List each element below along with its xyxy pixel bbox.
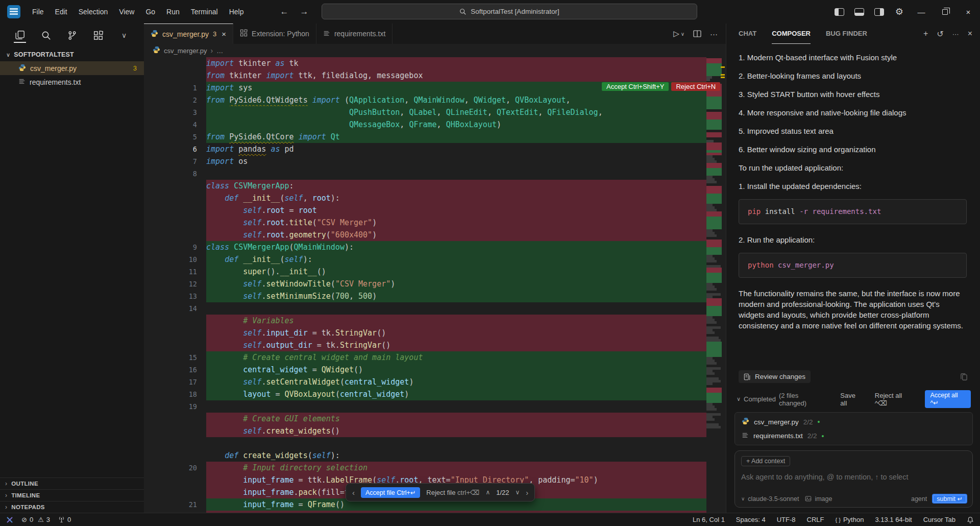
add-context-button[interactable]: + Add context: [741, 456, 790, 466]
minimize-button[interactable]: —: [910, 0, 933, 23]
prev-change-icon[interactable]: ∧: [485, 489, 490, 496]
indentation[interactable]: Spaces: 4: [736, 516, 766, 523]
changed-file-requirements.txt[interactable]: requirements.txt2/2•: [735, 429, 972, 443]
tab-extension-python[interactable]: Extension: Python: [233, 23, 316, 44]
code-line[interactable]: 17 self.setCentralWidget(central_widget): [144, 376, 726, 388]
cursor-position[interactable]: Ln 6, Col 1: [693, 516, 725, 523]
sidebar-section-timeline[interactable]: ›TIMELINE: [0, 489, 144, 501]
copy-icon[interactable]: [960, 373, 968, 380]
source-control-icon[interactable]: [66, 28, 78, 43]
changed-file-csv_merger.py[interactable]: csv_merger.py2/2•: [735, 415, 972, 429]
next-file-icon[interactable]: ›: [526, 488, 528, 497]
code-line[interactable]: def create_widgets(self):: [144, 449, 726, 462]
chevron-down-icon[interactable]: ∨: [741, 496, 745, 501]
close-button[interactable]: ×: [957, 0, 980, 23]
submit-button[interactable]: submit ↵: [932, 494, 967, 504]
remote-icon[interactable]: [6, 516, 13, 523]
code-line[interactable]: from tkinter import ttk, filedialog, mes…: [144, 69, 726, 82]
code-line[interactable]: 15 # Create central widget and main layo…: [144, 351, 726, 364]
code-line[interactable]: 8: [144, 168, 726, 180]
chevron-down-icon[interactable]: ∨: [737, 396, 741, 402]
breadcrumb[interactable]: csv_merger.py › …: [144, 44, 726, 57]
explorer-file-csv_merger.py[interactable]: csv_merger.py3: [0, 61, 144, 75]
cursor-tab-status[interactable]: Cursor Tab: [923, 516, 955, 523]
code-line[interactable]: 16 central_widget = QWidget(): [144, 364, 726, 376]
encoding[interactable]: UTF-8: [777, 516, 796, 523]
problems-status[interactable]: ⊘0 ⚠3: [21, 516, 50, 523]
explorer-root-header[interactable]: ∨ SOFTPORTALTEST: [0, 47, 144, 61]
menu-help[interactable]: Help: [224, 0, 250, 23]
python-version[interactable]: 3.13.1 64-bit: [875, 516, 912, 523]
next-change-icon[interactable]: ∨: [515, 489, 520, 496]
command-center-search[interactable]: SoftportalTest [Administrator]: [322, 4, 697, 19]
menu-view[interactable]: View: [113, 0, 140, 23]
menu-edit[interactable]: Edit: [50, 0, 73, 23]
code-line[interactable]: 11 super().__init__(): [144, 266, 726, 278]
extensions-icon[interactable]: [92, 28, 104, 43]
attach-image-button[interactable]: image: [815, 495, 832, 503]
code-line[interactable]: self.output_dir = tk.StringVar(): [144, 339, 726, 351]
nav-forward-icon[interactable]: →: [300, 7, 308, 17]
prev-file-icon[interactable]: ‹: [352, 488, 355, 497]
code-block[interactable]: python csv_merger.py: [739, 253, 967, 278]
code-line[interactable]: 10 def __init__(self):: [144, 253, 726, 266]
code-line[interactable]: self.root.geometry("600x400"): [144, 229, 726, 241]
history-icon[interactable]: ↺: [937, 29, 943, 39]
code-line[interactable]: 19: [144, 400, 726, 413]
save-all-button[interactable]: Save all: [840, 392, 862, 407]
new-chat-icon[interactable]: +: [923, 29, 928, 38]
code-line[interactable]: 5from PySide6.QtCore import Qt: [144, 131, 726, 143]
accept-all-button[interactable]: Accept all ^↵: [925, 390, 971, 408]
agent-label[interactable]: agent: [911, 495, 927, 503]
explorer-file-requirements.txt[interactable]: requirements.txt: [0, 75, 144, 89]
accept-diff-button[interactable]: Accept Ctrl+Shift+Y: [602, 82, 669, 91]
code-line[interactable]: self.input_dir = tk.StringVar(): [144, 327, 726, 339]
minimap[interactable]: [706, 58, 725, 428]
bell-icon[interactable]: [967, 516, 974, 523]
reject-all-button[interactable]: Reject all ^⌫: [875, 392, 914, 407]
code-block[interactable]: pip install -r requirements.txt: [739, 199, 967, 224]
review-changes-button[interactable]: Review changes: [739, 370, 811, 383]
reject-file-button[interactable]: Reject file ctrl+⌫: [426, 489, 479, 496]
breadcrumb-symbol[interactable]: …: [216, 47, 223, 55]
breadcrumb-file[interactable]: csv_merger.py: [164, 47, 207, 55]
code-editor[interactable]: import tkinter as tkfrom tkinter import …: [144, 57, 726, 513]
more-actions-icon[interactable]: ···: [710, 30, 718, 38]
toggle-secondary-sidebar-icon[interactable]: [874, 8, 884, 16]
code-line[interactable]: 9class CSVMergerApp(QMainWindow):: [144, 241, 726, 253]
code-line[interactable]: import tkinter as tk: [144, 57, 726, 69]
code-line[interactable]: 4 QMessageBox, QFrame, QHBoxLayout): [144, 118, 726, 131]
code-line[interactable]: 13 self.setMinimumSize(700, 500): [144, 290, 726, 302]
panel-tab-composer[interactable]: COMPOSER: [772, 23, 811, 44]
split-editor-icon[interactable]: [693, 30, 701, 37]
panel-tab-bug-finder[interactable]: BUG FINDER: [826, 23, 867, 44]
code-line[interactable]: 20 # Input directory selection: [144, 462, 726, 474]
menu-file[interactable]: File: [27, 0, 50, 23]
code-line[interactable]: 2from PySide6.QtWidgets import (QApplica…: [144, 94, 726, 106]
tab-requirements-txt[interactable]: requirements.txt: [316, 23, 393, 44]
nav-back-icon[interactable]: ←: [280, 7, 288, 17]
composer-input[interactable]: + Add context Ask agent to do anything, …: [734, 450, 973, 508]
toggle-sidebar-icon[interactable]: [835, 8, 844, 16]
ports-status[interactable]: 0: [58, 516, 71, 523]
panel-tab-chat[interactable]: CHAT: [739, 23, 756, 44]
code-line[interactable]: 7import os: [144, 155, 726, 168]
menu-terminal[interactable]: Terminal: [185, 0, 224, 23]
sidebar-section-outline[interactable]: ›OUTLINE: [0, 477, 144, 489]
code-line[interactable]: class CSVMergerApp:: [144, 180, 726, 192]
chevron-down-icon[interactable]: ∨: [118, 28, 130, 43]
toggle-panel-icon[interactable]: [854, 8, 864, 16]
code-line[interactable]: 6import pandas as pd: [144, 143, 726, 155]
code-line[interactable]: [144, 437, 726, 449]
model-selector[interactable]: claude-3.5-sonnet: [748, 495, 799, 503]
code-line[interactable]: self.create_widgets(): [144, 425, 726, 437]
sidebar-section-notepads[interactable]: ›NOTEPADS: [0, 501, 144, 513]
code-line[interactable]: self.root.title("CSV Merger"): [144, 217, 726, 229]
close-tab-icon[interactable]: ×: [222, 30, 226, 38]
chevron-down-icon[interactable]: ∨: [681, 31, 684, 37]
code-line[interactable]: 18 layout = QVBoxLayout(central_widget): [144, 388, 726, 400]
code-line[interactable]: 14: [144, 302, 726, 315]
gear-icon[interactable]: ⚙: [895, 6, 903, 17]
composer-placeholder[interactable]: Ask agent to do anything, @ to mention, …: [741, 473, 966, 481]
code-line[interactable]: def __init__(self, root):: [144, 192, 726, 204]
